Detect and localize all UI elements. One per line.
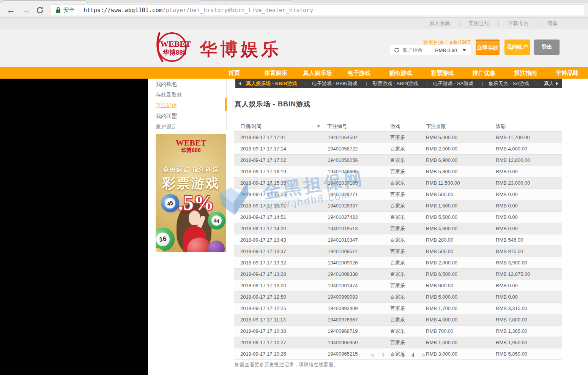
- sidebar-item[interactable]: 账户设定: [148, 121, 226, 132]
- table-row[interactable]: 2018-09-17 17:13:00 19401001474 百家乐 RMB …: [234, 280, 562, 291]
- col-header-amount[interactable]: 下注金额: [423, 123, 492, 130]
- url-domain: https://www.wbg1101.com: [84, 7, 162, 14]
- cell-game: 百家乐: [386, 177, 423, 188]
- cell-bet-no: 19401056056: [323, 155, 386, 166]
- logo-text-cn: 华博娱乐: [200, 38, 282, 61]
- table-row[interactable]: 2018-09-17 17:14:51 19401027423 百家乐 RMB …: [234, 212, 562, 223]
- col-header-bet-no[interactable]: 下注编号: [323, 123, 386, 130]
- history-tab[interactable]: 真人娱乐场 - BBIN游戏: [244, 80, 298, 87]
- tabs-scroll-left-icon[interactable]: [235, 79, 244, 88]
- table-row[interactable]: 2018-09-17 17:11:13 19400976967 百家乐 RMB …: [234, 314, 562, 326]
- utility-bar: 加入收藏实用连结下载专区简体: [0, 18, 588, 29]
- history-tab[interactable]: 电子游戏 - BBIN游戏: [298, 80, 359, 87]
- address-bar[interactable]: 安全 https://www.wbg1101.com/player/bet_hi…: [51, 4, 585, 16]
- logout-button[interactable]: 登出: [534, 40, 560, 55]
- nav-item[interactable]: 推广优惠: [463, 67, 505, 79]
- lottery-ball: [208, 241, 225, 252]
- page-number[interactable]: 1: [381, 352, 385, 358]
- table-row[interactable]: 2018-09-17 17:16:19 19401046695 百家乐 RMB …: [234, 166, 562, 177]
- cell-bet-no: 19401037135: [323, 177, 386, 188]
- deposit-button[interactable]: 立即存款: [476, 40, 500, 55]
- col-header-payout[interactable]: 派彩: [492, 123, 562, 130]
- table-row[interactable]: 2018-09-17 17:10:27 19400965959 百家乐 RMB …: [234, 337, 562, 348]
- bet-history-table: 日期/时间 下注编号 游戏 下注金额 派彩 2018-09-17 17:17:4…: [234, 121, 562, 360]
- history-tab[interactable]: 电子游戏 - SA游戏: [419, 80, 475, 87]
- cell-amount: RMB 5,000.00: [423, 291, 492, 302]
- cell-game: 百家乐: [386, 314, 423, 325]
- cell-amount: RMB 2,000.00: [423, 143, 492, 154]
- browser-forward-icon[interactable]: →: [22, 6, 30, 14]
- nav-item[interactable]: 捕鱼游戏: [380, 67, 422, 79]
- page-number[interactable]: 2: [391, 352, 394, 358]
- cell-payout: RMB 7,800.00: [492, 314, 562, 325]
- chevron-down-icon[interactable]: [462, 49, 466, 51]
- sidebar-item[interactable]: 我的联盟: [148, 111, 226, 121]
- nav-item[interactable]: 彩票游戏: [421, 67, 463, 79]
- table-row[interactable]: 2018-09-17 17:10:38 19400968719 百家乐 RMB …: [234, 326, 562, 337]
- table-row[interactable]: 2018-09-17 17:17:41 19401064504 百家乐 RMB …: [234, 132, 562, 143]
- utility-link[interactable]: 实用连结: [450, 20, 490, 27]
- utility-link[interactable]: 简体: [529, 20, 558, 27]
- table-header-row: 日期/时间 下注编号 游戏 下注金额 派彩: [234, 121, 562, 132]
- nav-item[interactable]: 电子游戏: [338, 67, 380, 79]
- refresh-icon[interactable]: [394, 47, 400, 53]
- table-row[interactable]: 2018-09-17 17:12:50 19400999093 百家乐 RMB …: [234, 291, 562, 303]
- table-row[interactable]: 2018-09-17 17:14:20 19401019513 百家乐 RMB …: [234, 223, 562, 234]
- cell-amount: RMB 4,000.00: [423, 314, 492, 325]
- cell-date: 2018-09-17 17:17:02: [234, 155, 323, 166]
- nav-item[interactable]: 首页: [213, 67, 255, 79]
- cell-amount: RMB 6,900.00: [423, 155, 492, 166]
- sort-desc-icon[interactable]: [317, 125, 320, 128]
- col-header-game[interactable]: 游戏: [386, 123, 423, 130]
- table-row[interactable]: 2018-09-17 17:15:35 19401037135 百家乐 RMB …: [234, 177, 562, 189]
- url-path: /player/bet_history#bbin_live_dealer_his…: [162, 7, 313, 14]
- page-title: 真人娱乐场 - BBIN游戏: [235, 100, 311, 109]
- table-row[interactable]: 2018-09-17 17:13:37 19401009514 百家乐 RMB …: [234, 246, 562, 257]
- history-tab[interactable]: 真人娱乐场: [531, 80, 553, 87]
- prev-page-button[interactable]: <: [371, 352, 374, 358]
- cell-payout: RMB 1,365.00: [492, 326, 562, 337]
- table-row[interactable]: 2018-09-17 17:17:14 19401058722 百家乐 RMB …: [234, 143, 562, 155]
- nav-item[interactable]: 华博品味: [546, 67, 588, 79]
- history-tab[interactable]: 彩票游戏 - BBIN游戏: [359, 80, 419, 87]
- balance-box[interactable]: 账户结余 RMB 0.90: [390, 45, 471, 55]
- sidebar-item[interactable]: 下注记录: [148, 100, 226, 111]
- utility-link[interactable]: 加入收藏: [429, 20, 450, 27]
- cell-bet-no: 19401008338: [323, 269, 386, 280]
- browser-reload-icon[interactable]: [36, 6, 44, 14]
- cell-payout: RMB 0.00: [492, 223, 562, 234]
- sidebar-item[interactable]: 存款及取款: [148, 89, 226, 100]
- table-row[interactable]: 2018-09-17 17:13:28 19401008338 百家乐 RMB …: [234, 269, 562, 280]
- promo-banner[interactable]: WEBET 华博888 全民返点 投注即送 彩票游戏 0.5% 45 34 16: [156, 134, 226, 252]
- nav-item[interactable]: 体育娱乐: [255, 67, 297, 79]
- cell-bet-no: 19401009514: [323, 246, 386, 257]
- cell-payout: RMB 12,675.00: [492, 269, 562, 280]
- sidebar-menu: 我的钱包存款及取款下注记录我的联盟账户设定: [148, 79, 226, 132]
- cell-game: 百家乐: [386, 257, 423, 268]
- cell-payout: RMB 3,315.00: [492, 303, 562, 314]
- table-row[interactable]: 2018-09-17 17:12:25 19400993409 百家乐 RMB …: [234, 303, 562, 314]
- table-row[interactable]: 2018-09-17 17:13:32 19401009026 百家乐 RMB …: [234, 257, 562, 269]
- cell-amount: RMB 700.00: [423, 326, 492, 337]
- table-row[interactable]: 2018-09-17 17:15:03 19401029271 百家乐 RMB …: [234, 189, 562, 200]
- sidebar-item[interactable]: 我的钱包: [148, 79, 226, 89]
- utility-link[interactable]: 下载专区: [490, 20, 529, 27]
- next-page-button[interactable]: >: [422, 352, 425, 358]
- tabs-scroll-right-icon[interactable]: [553, 79, 562, 88]
- col-header-date[interactable]: 日期/时间: [234, 123, 323, 130]
- table-row[interactable]: 2018-09-17 17:13:43 19401010347 百家乐 RMB …: [234, 234, 562, 246]
- page-number[interactable]: 4: [411, 352, 415, 358]
- cell-payout: RMB 3,900.00: [492, 257, 562, 268]
- nav-item[interactable]: 投注指南: [505, 67, 547, 79]
- browser-back-icon[interactable]: ←: [6, 6, 15, 14]
- table-row[interactable]: 2018-09-17 17:17:02 19401056056 百家乐 RMB …: [234, 155, 562, 166]
- browser-toolbar: ← → 安全 https://www.wbg1101.com/player/be…: [0, 3, 588, 17]
- my-account-button[interactable]: 我的账户: [504, 40, 530, 55]
- table-row[interactable]: 2018-09-17 17:15:01 19401028937 百家乐 RMB …: [234, 200, 562, 212]
- history-tab[interactable]: 鱼乐无穷 - SA游戏: [475, 80, 530, 87]
- nav-item[interactable]: 真人娱乐场: [296, 67, 338, 79]
- cell-amount: RMB 500.00: [423, 246, 492, 257]
- page-number[interactable]: 3: [402, 352, 405, 358]
- site-logo[interactable]: WEBET 华博888 华博娱乐: [155, 31, 284, 66]
- browser-chrome: ← → 安全 https://www.wbg1101.com/player/be…: [0, 0, 588, 18]
